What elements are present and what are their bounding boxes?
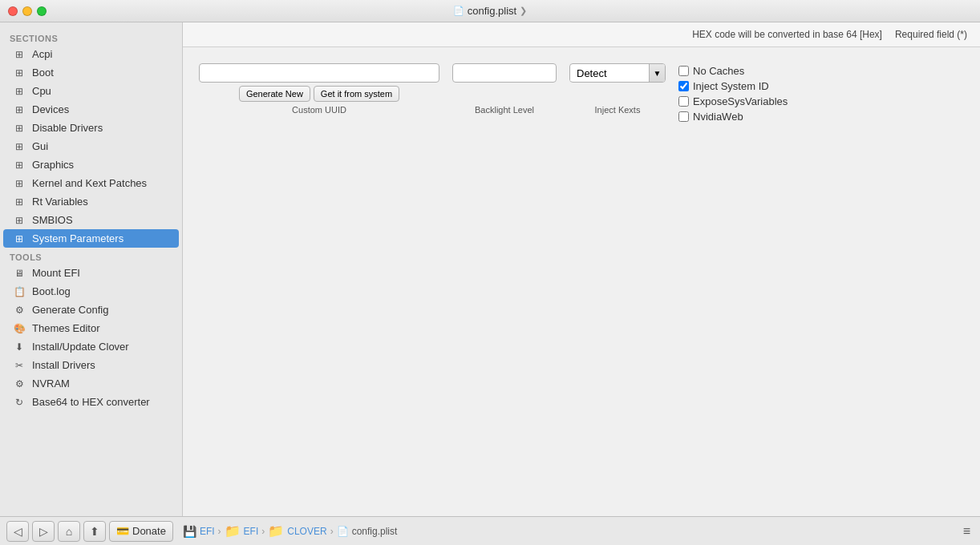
home-button[interactable]: ⌂ — [58, 521, 80, 542]
sidebar-item-gui[interactable]: ⊞ Gui — [3, 137, 179, 155]
inject-kexts-select[interactable]: Detect ▼ — [569, 63, 666, 83]
grid-icon: ⊞ — [13, 86, 26, 97]
nvidia-web-checkbox[interactable] — [678, 111, 689, 122]
hex-info-text: HEX code will be converted in base 64 [H… — [692, 29, 882, 40]
breadcrumb-item-efi-folder: 📁 EFI — [225, 523, 259, 539]
sidebar-item-base64-hex[interactable]: ↻ Base64 to HEX converter — [3, 393, 179, 411]
breadcrumb: 💾 EFI › 📁 EFI › 📁 CLOVER › 📄 config.plis… — [183, 523, 957, 539]
no-caches-label[interactable]: No Caches — [693, 65, 744, 77]
nvram-icon: ⚙ — [13, 378, 26, 390]
breadcrumb-efi-folder-label[interactable]: EFI — [244, 526, 259, 537]
grid-icon: ⊞ — [13, 233, 26, 244]
share-button[interactable]: ⬆ — [83, 521, 106, 542]
sidebar-item-boot[interactable]: ⊞ Boot — [3, 63, 179, 82]
backlight-level-input[interactable] — [452, 63, 557, 83]
sidebar-label-acpi: Acpi — [32, 48, 52, 60]
donate-button[interactable]: 💳 Donate — [109, 521, 173, 542]
grid-icon: ⊞ — [13, 104, 26, 115]
sidebar-item-themes-editor[interactable]: 🎨 Themes Editor — [3, 319, 179, 337]
custom-uuid-input[interactable] — [199, 63, 439, 83]
sidebar-item-mount-efi[interactable]: 🖥 Mount EFI — [3, 264, 179, 282]
forward-button[interactable]: ▷ — [32, 521, 55, 542]
sidebar: SECTIONS ⊞ Acpi ⊞ Boot ⊞ Cpu ⊞ Devices ⊞… — [0, 22, 183, 516]
custom-uuid-label: Custom UUID — [292, 105, 346, 115]
backlight-level-label: Backlight Level — [475, 105, 534, 115]
close-button[interactable] — [8, 6, 18, 16]
window-controls — [8, 6, 47, 16]
main-layout: SECTIONS ⊞ Acpi ⊞ Boot ⊞ Cpu ⊞ Devices ⊞… — [0, 22, 980, 516]
gear-icon: ⚙ — [13, 305, 26, 316]
themes-icon: 🎨 — [13, 323, 26, 334]
content-header: HEX code will be converted in base 64 [H… — [183, 22, 980, 47]
sections-header: SECTIONS — [0, 29, 182, 45]
sidebar-label-devices: Devices — [32, 103, 69, 115]
inject-kexts-arrow[interactable]: ▼ — [649, 64, 665, 82]
sidebar-item-smbios[interactable]: ⊞ SMBIOS — [3, 211, 179, 229]
expose-sys-variables-checkbox[interactable] — [678, 96, 689, 107]
grid-icon: ⊞ — [13, 178, 26, 189]
drive-icon: 💾 — [183, 525, 196, 538]
inject-system-id-label[interactable]: Inject System ID — [693, 80, 769, 92]
sidebar-item-generate-config[interactable]: ⚙ Generate Config — [3, 301, 179, 319]
sidebar-label-install-drivers: Install Drivers — [32, 359, 95, 371]
sidebar-content: SECTIONS ⊞ Acpi ⊞ Boot ⊞ Cpu ⊞ Devices ⊞… — [0, 22, 182, 516]
sidebar-item-cpu[interactable]: ⊞ Cpu — [3, 82, 179, 100]
sidebar-item-graphics[interactable]: ⊞ Graphics — [3, 155, 179, 174]
grid-icon: ⊞ — [13, 49, 26, 60]
breadcrumb-sep-2: › — [261, 526, 265, 537]
form-area: Generate New Get it from system Custom U… — [183, 47, 980, 516]
menu-icon[interactable]: ≡ — [960, 521, 974, 541]
sidebar-label-system-parameters: System Parameters — [32, 232, 124, 244]
custom-uuid-group: Generate New Get it from system Custom U… — [199, 63, 439, 115]
sidebar-item-boot-log[interactable]: 📋 Boot.log — [3, 282, 179, 301]
donate-label: Donate — [132, 525, 166, 537]
paypal-icon: 💳 — [116, 525, 129, 537]
nvidia-web-item: NvidiaWeb — [678, 111, 788, 123]
maximize-button[interactable] — [37, 6, 47, 16]
sidebar-item-disable-drivers[interactable]: ⊞ Disable Drivers — [3, 119, 179, 137]
tools-icon: ✂ — [13, 360, 26, 371]
breadcrumb-efi-drive-label[interactable]: EFI — [200, 526, 215, 537]
chevron-icon: ❯ — [520, 6, 527, 16]
sidebar-label-kernel-kext-patches: Kernel and Kext Patches — [32, 177, 147, 189]
breadcrumb-sep-3: › — [330, 526, 334, 537]
inject-kexts-group: Detect ▼ Inject Kexts — [569, 63, 666, 115]
sidebar-label-boot-log: Boot.log — [32, 285, 71, 297]
boot-log-icon: 📋 — [13, 286, 26, 297]
sidebar-item-acpi[interactable]: ⊞ Acpi — [3, 45, 179, 63]
config-file-icon: 📄 — [337, 526, 349, 537]
grid-icon: ⊞ — [13, 159, 26, 171]
back-button[interactable]: ◁ — [6, 521, 29, 542]
titlebar: 📄 config.plist ❯ — [0, 0, 980, 22]
grid-icon: ⊞ — [13, 196, 26, 208]
sidebar-item-kernel-kext-patches[interactable]: ⊞ Kernel and Kext Patches — [3, 174, 179, 192]
expose-sys-variables-label[interactable]: ExposeSysVariables — [693, 95, 788, 107]
sidebar-item-install-clover[interactable]: ⬇ Install/Update Clover — [3, 337, 179, 356]
mount-efi-icon: 🖥 — [13, 268, 26, 279]
nvidia-web-label[interactable]: NvidiaWeb — [693, 111, 743, 123]
sidebar-label-rt-variables: Rt Variables — [32, 196, 88, 208]
sidebar-item-nvram[interactable]: ⚙ NVRAM — [3, 374, 179, 393]
converter-icon: ↻ — [13, 397, 26, 408]
inject-system-id-checkbox[interactable] — [678, 81, 689, 91]
required-field-text: Required field (*) — [895, 29, 967, 40]
sidebar-item-rt-variables[interactable]: ⊞ Rt Variables — [3, 192, 179, 211]
sidebar-item-install-drivers[interactable]: ✂ Install Drivers — [3, 356, 179, 374]
clover-folder-icon: 📁 — [268, 523, 284, 539]
no-caches-checkbox[interactable] — [678, 66, 689, 76]
sidebar-label-install-clover: Install/Update Clover — [32, 341, 129, 353]
breadcrumb-item-clover: 📁 CLOVER — [268, 523, 326, 539]
sidebar-item-devices[interactable]: ⊞ Devices — [3, 100, 179, 119]
sidebar-label-graphics: Graphics — [32, 159, 74, 171]
uuid-buttons: Generate New Get it from system — [239, 86, 399, 102]
generate-new-button[interactable]: Generate New — [239, 86, 310, 102]
grid-icon: ⊞ — [13, 67, 26, 79]
breadcrumb-clover-label[interactable]: CLOVER — [287, 526, 326, 537]
sidebar-label-generate-config: Generate Config — [32, 304, 108, 316]
breadcrumb-item-config: 📄 config.plist — [337, 526, 398, 537]
sidebar-label-boot: Boot — [32, 67, 54, 79]
sidebar-item-system-parameters[interactable]: ⊞ System Parameters — [3, 229, 179, 248]
breadcrumb-sep-1: › — [218, 526, 221, 537]
get-from-system-button[interactable]: Get it from system — [314, 86, 399, 102]
minimize-button[interactable] — [22, 6, 32, 16]
